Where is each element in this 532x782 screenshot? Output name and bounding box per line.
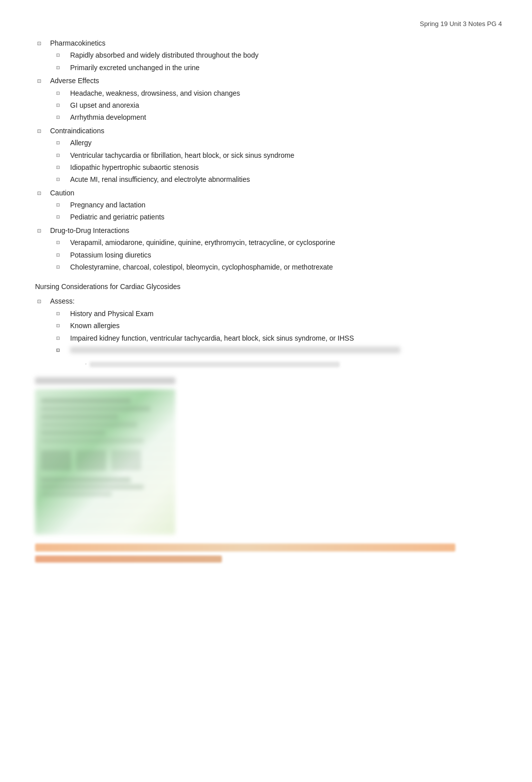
- contraindications-children: Allergy Ventricular tachycardia or fibri…: [50, 137, 502, 185]
- list-item: Verapamil, amiodarone, quinidine, quinin…: [50, 237, 502, 248]
- nursing-list: Assess: History and Physical Exam Known …: [35, 296, 502, 369]
- page-header: Spring 19 Unit 3 Notes PG 4: [30, 20, 502, 28]
- list-item: Acute MI, renal insufficiency, and elect…: [50, 174, 502, 185]
- main-content: Pharmacokinetics Rapidly absorbed and wi…: [30, 38, 502, 563]
- list-item: Pregnancy and lactation: [50, 199, 502, 210]
- list-item-assess: Assess: History and Physical Exam Known …: [35, 296, 502, 369]
- blurred-sub-bullet: ◦: [70, 360, 502, 369]
- orange-blurred-line: [35, 544, 455, 552]
- blurred-section-1: [35, 377, 502, 384]
- list-item: Impaired kidney function, ventricular ta…: [50, 333, 502, 344]
- list-item-blurred-4: ⊡ ◦: [50, 345, 502, 369]
- list-item: Allergy: [50, 137, 502, 148]
- caution-children: Pregnancy and lactation Pediatric and ge…: [50, 199, 502, 223]
- drug-interactions-children: Verapamil, amiodarone, quinidine, quinin…: [50, 237, 502, 273]
- list-item-caution: Caution Pregnancy and lactation Pediatri…: [35, 187, 502, 223]
- bullet-icon: ⊡: [56, 347, 60, 354]
- list-item: Pediatric and geriatric patients: [50, 211, 502, 222]
- adverse-effects-children: Headache, weakness, drowsiness, and visi…: [50, 88, 502, 123]
- list-item-adverse-effects: Adverse Effects Headache, weakness, drow…: [35, 75, 502, 123]
- blurred-assess-4: [70, 345, 437, 355]
- list-item: Primarily excreted unchanged in the urin…: [50, 62, 502, 73]
- list-item: Known allergies: [50, 320, 502, 331]
- blurred-image-container: [35, 389, 502, 535]
- pharmacokinetics-children: Rapidly absorbed and widely distributed …: [50, 50, 502, 73]
- list-item: Ventricular tachycardia or fibrillation,…: [50, 150, 502, 161]
- list-item: Cholestyramine, charcoal, colestipol, bl…: [50, 262, 502, 273]
- list-item: History and Physical Exam: [50, 308, 502, 319]
- nursing-considerations-heading: Nursing Considerations for Cardiac Glyco…: [35, 283, 502, 291]
- list-item: Headache, weakness, drowsiness, and visi…: [50, 88, 502, 99]
- list-item-arrhythmia: Arrhythmia development: [50, 112, 502, 123]
- outline-list: Pharmacokinetics Rapidly absorbed and wi…: [35, 38, 502, 273]
- orange-blurred-small: [35, 556, 222, 563]
- list-item: Rapidly absorbed and widely distributed …: [50, 50, 502, 61]
- list-item-pharmacokinetics: Pharmacokinetics Rapidly absorbed and wi…: [35, 38, 502, 73]
- list-item-drug-interactions: Drug-to-Drug Interactions Verapamil, ami…: [35, 225, 502, 273]
- list-item: Potassium losing diuretics: [50, 249, 502, 260]
- list-item: Idiopathic hypertrophic subaortic stenos…: [50, 162, 502, 173]
- list-item-contraindications: Contraindications Allergy Ventricular ta…: [35, 125, 502, 185]
- assess-children: History and Physical Exam Known allergie…: [50, 308, 502, 370]
- blurred-orange-section: [35, 544, 502, 563]
- blurred-section-heading: [35, 377, 502, 384]
- list-item: GI upset and anorexia: [50, 100, 502, 111]
- blurred-image: [35, 389, 175, 535]
